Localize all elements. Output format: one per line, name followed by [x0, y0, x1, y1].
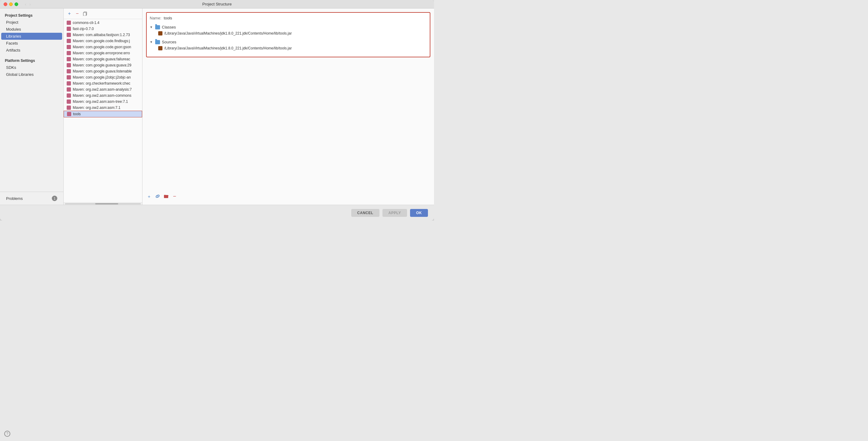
name-label: Name:: [150, 16, 161, 20]
sources-section: ▼ Sources /Library/Java/JavaVirtualMachi…: [150, 39, 427, 51]
sources-path-0: /Library/Java/JavaVirtualMachines/jdk1.8…: [164, 46, 292, 50]
sources-arrow: ▼: [150, 40, 153, 44]
lib-icon: [67, 63, 71, 67]
detail-link-button[interactable]: [155, 193, 161, 199]
svg-rect-1: [83, 12, 86, 16]
classes-label: Classes: [162, 25, 176, 29]
library-toolbar: + −: [64, 8, 142, 19]
classes-section: ▼ Classes /Library/Java/JavaVirtualMachi…: [150, 24, 427, 36]
lib-item-maven-findbugs[interactable]: Maven: com.google.code.findbugs:j: [64, 38, 142, 44]
sidebar-item-libraries[interactable]: Libraries: [1, 33, 62, 40]
main-content: Project Settings Project Modules Librari…: [0, 8, 434, 205]
minimize-button[interactable]: [9, 2, 13, 6]
lib-item-tools[interactable]: tools: [64, 111, 142, 117]
bottom-bar: ? CANCEL APPLY OK: [0, 205, 434, 220]
lib-icon: [67, 93, 71, 98]
lib-item-maven-asm-commons[interactable]: Maven: org.ow2.asm:asm-commons: [64, 92, 142, 98]
lib-icon: [67, 39, 71, 43]
remove-library-button[interactable]: −: [74, 10, 81, 17]
sources-item-0[interactable]: /Library/Java/JavaVirtualMachines/jdk1.8…: [150, 45, 427, 51]
sources-folder-icon: [155, 40, 160, 44]
lib-icon: [67, 27, 71, 31]
maximize-button[interactable]: [14, 2, 18, 6]
lib-item-maven-gson[interactable]: Maven: com.google.code.gson:gson: [64, 44, 142, 50]
lib-item-maven-failureaccess[interactable]: Maven: com.google.guava:failureac: [64, 56, 142, 62]
lib-icon: [67, 112, 71, 116]
detail-toolbar: + −: [146, 192, 178, 201]
horizontal-scrollbar[interactable]: [64, 202, 142, 205]
detail-add-button[interactable]: +: [146, 193, 152, 199]
library-panel: + − commons-cli-1.4 fast-zip-0.7.0: [64, 8, 143, 205]
classes-header[interactable]: ▼ Classes: [150, 24, 427, 30]
project-settings-title: Project Settings: [0, 11, 63, 19]
classes-arrow: ▼: [150, 26, 153, 29]
detail-folder-button[interactable]: [163, 193, 169, 199]
lib-icon: [67, 45, 71, 49]
nav-arrows: ‹ ›: [24, 2, 31, 7]
sidebar-item-global-libraries[interactable]: Global Libraries: [1, 71, 62, 78]
sources-header[interactable]: ▼ Sources: [150, 39, 427, 45]
lib-item-maven-guava[interactable]: Maven: com.google.guava:guava:29: [64, 62, 142, 68]
copy-library-button[interactable]: [82, 10, 89, 17]
sidebar-item-sdks[interactable]: SDKs: [1, 64, 62, 71]
cancel-button[interactable]: CANCEL: [351, 209, 379, 217]
lib-item-maven-fastjson[interactable]: Maven: com.alibaba:fastjson:1.2.73: [64, 32, 142, 38]
lib-icon: [67, 106, 71, 110]
forward-arrow[interactable]: ›: [29, 2, 32, 7]
classes-folder-icon: [155, 25, 160, 29]
lib-icon: [67, 33, 71, 37]
traffic-lights: [4, 2, 18, 6]
sidebar-item-modules[interactable]: Modules: [1, 26, 62, 33]
ok-button[interactable]: OK: [410, 209, 428, 217]
lib-item-maven-listenablefuture[interactable]: Maven: com.google.guava:listenable: [64, 68, 142, 74]
lib-item-maven-errorprone[interactable]: Maven: com.google.errorprone:erro: [64, 50, 142, 56]
apply-button[interactable]: APPLY: [382, 209, 407, 217]
detail-remove-button[interactable]: −: [172, 193, 178, 199]
lib-item-maven-asm-analysis[interactable]: Maven: org.ow2.asm:asm-analysis:7: [64, 86, 142, 92]
back-arrow[interactable]: ‹: [24, 2, 27, 7]
lib-icon: [67, 75, 71, 80]
classes-path-0: /Library/Java/JavaVirtualMachines/jdk1.8…: [164, 31, 292, 35]
sidebar-item-artifacts[interactable]: Artifacts: [1, 47, 62, 54]
lib-icon: [67, 51, 71, 55]
titlebar: ‹ › Project Structure: [0, 0, 434, 8]
sidebar: Project Settings Project Modules Librari…: [0, 8, 64, 205]
sidebar-item-project[interactable]: Project: [1, 19, 62, 26]
platform-settings-title: Platform Settings: [0, 56, 63, 64]
sources-label: Sources: [162, 40, 176, 44]
lib-icon: [67, 81, 71, 86]
detail-content: Name: tools ▼ Classes /Library/Java/Java…: [146, 12, 430, 57]
lib-icon: [67, 99, 71, 104]
window-title: Project Structure: [203, 2, 232, 6]
lib-icon: [67, 87, 71, 92]
add-library-button[interactable]: +: [66, 10, 73, 17]
sidebar-item-facets[interactable]: Facets: [1, 40, 62, 47]
name-value: tools: [164, 16, 172, 20]
lib-item-fast-zip[interactable]: fast-zip-0.7.0: [64, 26, 142, 32]
lib-item-maven-asm[interactable]: Maven: org.ow2.asm:asm:7.1: [64, 105, 142, 111]
lib-icon: [67, 69, 71, 74]
lib-item-maven-checkerframework[interactable]: Maven: org.checkerframework:chec: [64, 80, 142, 86]
classes-item-0[interactable]: /Library/Java/JavaVirtualMachines/jdk1.8…: [150, 30, 427, 36]
close-button[interactable]: [4, 2, 7, 6]
jar-icon: [158, 31, 162, 35]
jar-icon: [158, 46, 162, 50]
detail-panel: Name: tools ▼ Classes /Library/Java/Java…: [143, 8, 434, 205]
lib-icon: [67, 57, 71, 61]
library-list: commons-cli-1.4 fast-zip-0.7.0 Maven: co…: [64, 19, 142, 202]
sidebar-item-problems[interactable]: Problems 1: [1, 195, 62, 202]
problems-badge: 1: [52, 196, 57, 201]
sidebar-bottom: Problems 1: [0, 192, 63, 205]
lib-icon: [67, 21, 71, 25]
lib-item-maven-asm-tree[interactable]: Maven: org.ow2.asm:asm-tree:7.1: [64, 98, 142, 105]
lib-item-maven-j2objc[interactable]: Maven: com.google.j2objc:j2objc-an: [64, 74, 142, 80]
detail-name-row: Name: tools: [150, 16, 427, 20]
lib-item-commons-cli[interactable]: commons-cli-1.4: [64, 20, 142, 26]
